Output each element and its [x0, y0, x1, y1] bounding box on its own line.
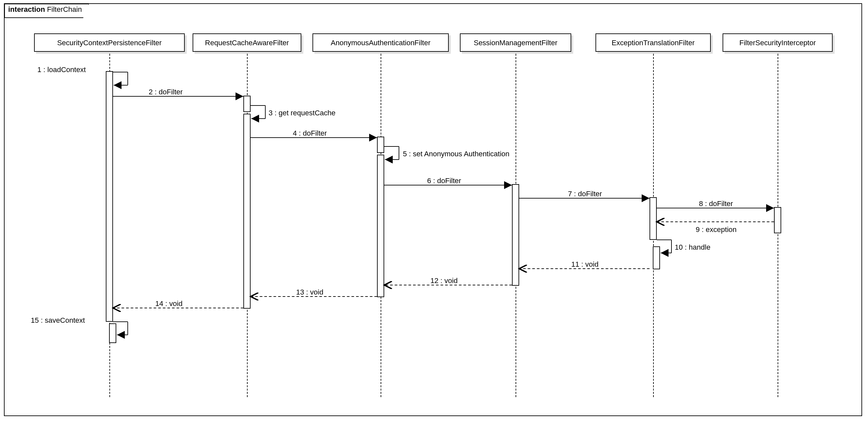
activation-bar — [243, 96, 251, 112]
lifeline-head: RequestCacheAwareFilter — [193, 33, 301, 52]
lifeline-head: ExceptionTranslationFilter — [595, 33, 711, 52]
message-text: 10 : handle — [675, 243, 710, 251]
message-text: 1 : loadContext — [37, 65, 86, 74]
message-label: 14 : void — [155, 299, 182, 308]
message-text: 8 : doFilter — [699, 200, 733, 208]
activation-bar — [109, 323, 116, 343]
activation-bar — [377, 137, 384, 153]
lifeline-head: FilterSecurityInterceptor — [722, 33, 833, 52]
activation-bar — [650, 197, 657, 240]
message-label: 6 : doFilter — [427, 177, 461, 185]
message-text: 5 : set Anonymous Authentication — [403, 150, 509, 158]
activation-bar — [653, 246, 660, 269]
message-text: 11 : void — [571, 260, 598, 268]
lifeline-head: SecurityContextPersistenceFilter — [34, 33, 185, 52]
message-label: 11 : void — [571, 260, 598, 269]
message-text: 2 : doFilter — [149, 88, 183, 96]
message-label: 5 : set Anonymous Authentication — [403, 150, 509, 158]
message-text: 14 : void — [155, 299, 182, 308]
diagram-canvas: interaction FilterChain SecurityContextP… — [0, 0, 868, 422]
lifeline-name: SecurityContextPersistenceFilter — [57, 39, 161, 47]
lifeline-name: AnonymousAuthenticationFilter — [331, 39, 431, 47]
message-text: 13 : void — [296, 288, 323, 296]
lifeline-name: SessionManagementFilter — [474, 39, 557, 47]
message-label: 3 : get requestCache — [269, 109, 335, 117]
activation-bar — [106, 71, 113, 322]
arrow-overlay — [5, 4, 863, 417]
message-text: 6 : doFilter — [427, 177, 461, 185]
lifeline-name: ExceptionTranslationFilter — [612, 39, 695, 47]
activation-bar — [512, 184, 519, 286]
diagram-stage: SecurityContextPersistenceFilterRequestC… — [5, 4, 862, 416]
message-label: 8 : doFilter — [699, 200, 733, 208]
lifeline-name: FilterSecurityInterceptor — [739, 39, 816, 47]
message-text: 15 : saveContext — [31, 316, 85, 324]
message-label: 2 : doFilter — [149, 88, 183, 96]
message-text: 3 : get requestCache — [269, 109, 335, 117]
interaction-frame: interaction FilterChain SecurityContextP… — [4, 3, 862, 416]
message-text: 12 : void — [430, 276, 458, 285]
message-label: 1 : loadContext — [37, 65, 86, 74]
lifeline-head: SessionManagementFilter — [460, 33, 571, 52]
lifeline-head: AnonymousAuthenticationFilter — [312, 33, 449, 52]
message-text: 4 : doFilter — [293, 129, 327, 137]
message-label: 13 : void — [296, 288, 323, 297]
message-label: 10 : handle — [675, 243, 710, 252]
activation-bar — [774, 207, 781, 233]
message-text: 9 : exception — [696, 225, 737, 234]
message-label: 4 : doFilter — [293, 129, 327, 138]
message-label: 9 : exception — [696, 225, 737, 234]
lifeline-name: RequestCacheAwareFilter — [205, 39, 289, 47]
activation-bar — [243, 114, 251, 309]
message-label: 15 : saveContext — [31, 316, 85, 325]
activation-bar — [377, 155, 384, 297]
message-label: 7 : doFilter — [568, 190, 602, 198]
message-text: 7 : doFilter — [568, 190, 602, 198]
message-label: 12 : void — [430, 276, 458, 285]
